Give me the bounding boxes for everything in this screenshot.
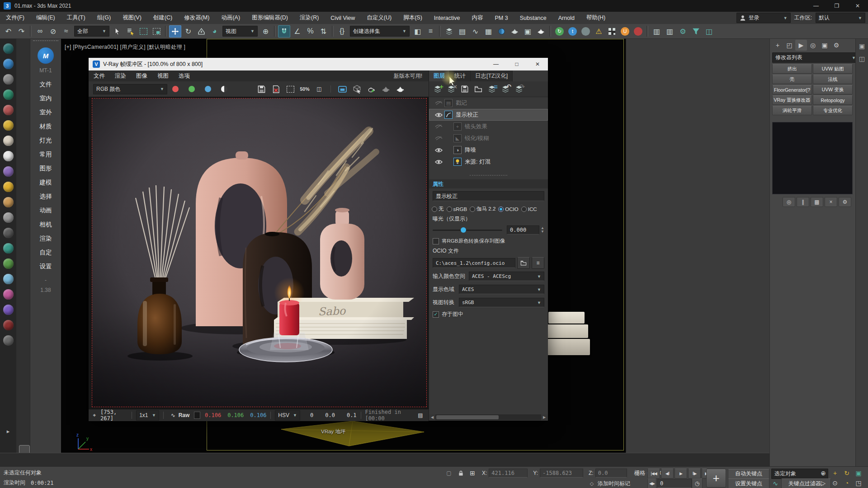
close-button[interactable]: ✕ — [847, 0, 868, 12]
time-tag-row[interactable]: ◇ 添加时间标记 — [586, 479, 630, 488]
auto-key-button[interactable]: 自动关键点 — [728, 469, 769, 479]
asset-db-icon[interactable]: ▥ — [651, 25, 663, 38]
mt-item-相机[interactable]: 相机 — [30, 217, 61, 231]
new-version-notice[interactable]: 新版本可用! — [394, 72, 422, 80]
compare-ab-icon[interactable]: ◫ — [313, 83, 326, 95]
redo-layer-icon[interactable]: ↷ — [512, 83, 526, 95]
render-view[interactable]: Sabo — [89, 97, 429, 409]
red-badge-icon[interactable] — [632, 25, 644, 38]
layer-name-field[interactable]: 显示校正 — [433, 191, 544, 201]
scroll-thumb[interactable] — [436, 415, 499, 419]
menu-item[interactable]: 组(G) — [91, 12, 117, 24]
eye-off-icon[interactable] — [433, 124, 444, 129]
named-selection-dropdown[interactable]: 创建选择集▼ — [350, 26, 410, 37]
playback-button-3[interactable]: ‖▶ — [688, 469, 701, 479]
absolute-mode-icon[interactable]: ⊞ — [467, 469, 478, 478]
menu-item[interactable]: Substance — [514, 12, 552, 24]
make-unique-icon[interactable]: ▩ — [811, 197, 823, 207]
set-key-button[interactable]: 设置关键点 — [728, 479, 769, 488]
mirror-icon[interactable]: ◧ — [411, 25, 424, 38]
exposure-value[interactable]: 0.000 — [507, 225, 539, 235]
plugin-scatter-icon[interactable] — [3, 212, 14, 223]
proxy-cube-icon[interactable]: ◫ — [703, 25, 715, 38]
rect-selection-region-icon[interactable] — [137, 25, 150, 38]
undo-layer-icon[interactable]: ↶ — [499, 83, 512, 95]
plugin-spiral-teal-icon[interactable] — [3, 243, 14, 253]
reference-coordinate-dropdown[interactable]: 视图▼ — [222, 26, 258, 37]
pixel-size-dropdown[interactable]: 1x1▼ — [136, 410, 159, 421]
plugin-sphere-sky-icon[interactable] — [3, 274, 14, 284]
modifier-button[interactable]: FloorGenerator[? — [772, 85, 812, 94]
radio-sRGB[interactable]: sRGB — [447, 206, 467, 212]
hierarchy-tab[interactable]: ◎ — [807, 40, 819, 51]
minimize-button[interactable]: — — [806, 0, 826, 12]
eye-icon[interactable] — [433, 148, 444, 153]
warning-icon[interactable]: ⚠ — [593, 25, 605, 38]
exposure-slider[interactable] — [433, 230, 502, 231]
layer-row-镜头效果[interactable]: +镜头效果 — [429, 121, 548, 132]
layer-row-显示校正[interactable]: 显示校正 — [429, 109, 548, 121]
redo-icon[interactable]: ↷ — [15, 25, 28, 38]
current-frame-field[interactable]: 0 — [657, 479, 692, 488]
z-coordinate-field[interactable]: 0.0 — [595, 469, 627, 478]
render-icon[interactable] — [535, 25, 547, 38]
spinner-snap-icon[interactable]: ⇅ — [317, 25, 330, 38]
schematic-view-icon[interactable]: ▦ — [482, 25, 495, 38]
layer-manager-icon[interactable] — [443, 25, 455, 38]
follow-mouse-icon[interactable] — [336, 83, 349, 95]
layer-row-锐化/模糊[interactable]: ◣锐化/模糊 — [429, 132, 548, 144]
plugin-square-yellow-icon[interactable] — [3, 120, 14, 131]
modifier-button[interactable]: UVW 贴图 — [813, 64, 853, 74]
panel-splitter[interactable] — [470, 171, 507, 176]
menu-item[interactable]: 自定义(U) — [361, 12, 397, 24]
window-crossing-icon[interactable] — [151, 25, 163, 38]
modifier-button[interactable]: Retopology — [813, 95, 853, 105]
zoom-all-icon[interactable]: + — [830, 469, 840, 478]
playback-button-0[interactable]: |◀◀ — [647, 469, 660, 479]
plugin-sphere-tan-icon[interactable] — [3, 197, 14, 207]
scene-explorer-icon[interactable]: ◫ — [859, 55, 865, 62]
configure-modifier-icon[interactable]: ⚙ — [839, 197, 851, 207]
save-rgb-checkbox[interactable] — [433, 238, 439, 244]
menu-item[interactable]: 动画(A) — [215, 12, 246, 24]
menu-item[interactable]: Arnold — [552, 12, 580, 24]
utilities-tab[interactable]: ⚙ — [830, 40, 842, 51]
input-space-dropdown[interactable]: ACES - ACEScg▼ — [469, 272, 544, 281]
plugin-pill-red-icon[interactable] — [3, 105, 14, 115]
select-link-icon[interactable]: ∞ — [34, 25, 46, 38]
menu-item[interactable]: PM 3 — [489, 12, 514, 24]
select-scale-icon[interactable] — [195, 25, 208, 38]
half-resolution-icon[interactable]: 50% — [298, 83, 311, 95]
time-config-icon[interactable]: ◷ — [692, 479, 703, 488]
menu-item[interactable]: 脚本(S) — [397, 12, 428, 24]
vfb-menu-item[interactable]: 图像 — [131, 72, 152, 80]
green-channel-toggle[interactable] — [189, 86, 195, 92]
percent-snap-icon[interactable]: % — [304, 25, 316, 38]
modifier-stack[interactable] — [772, 122, 853, 194]
radio-伽马 2.2[interactable]: 伽马 2.2 — [470, 206, 495, 212]
select-object-icon[interactable] — [111, 25, 123, 38]
unlink-icon[interactable]: ⊘ — [47, 25, 59, 38]
selection-lock-icon[interactable] — [455, 469, 466, 478]
menu-item[interactable]: 创建(C) — [147, 12, 178, 24]
remove-modifier-icon[interactable]: × — [825, 197, 837, 207]
mt-item-常用[interactable]: 常用 — [30, 147, 61, 161]
vfb-tab-图层[interactable]: 图层 — [429, 70, 450, 81]
menu-item[interactable]: 渲染(R) — [294, 12, 325, 24]
undo-icon[interactable]: ↶ — [2, 25, 14, 38]
plugin-knife-icon[interactable] — [3, 228, 14, 238]
plugin-violet-icon[interactable] — [3, 166, 14, 177]
plugin-sphere-green-icon[interactable] — [3, 89, 14, 100]
modifier-button[interactable]: UVW 变换 — [813, 85, 853, 94]
fov-icon[interactable]: ▷ — [818, 479, 829, 488]
plugin-sphere-cream-icon[interactable] — [3, 136, 14, 146]
pin-stack-icon[interactable]: ◎ — [783, 197, 795, 207]
orbit-sub-icon[interactable]: ◔ — [841, 479, 852, 488]
pan-icon[interactable]: ⊙ — [830, 479, 840, 488]
menu-item[interactable]: 编辑(E) — [30, 12, 61, 24]
vfb-maximize-button[interactable]: □ — [506, 58, 527, 70]
blue-channel-toggle[interactable] — [205, 86, 211, 92]
menu-item[interactable]: Civil View — [325, 12, 361, 24]
vfb-menu-item[interactable]: 视图 — [152, 72, 174, 80]
graphite-icon[interactable]: ▤ — [456, 25, 468, 38]
